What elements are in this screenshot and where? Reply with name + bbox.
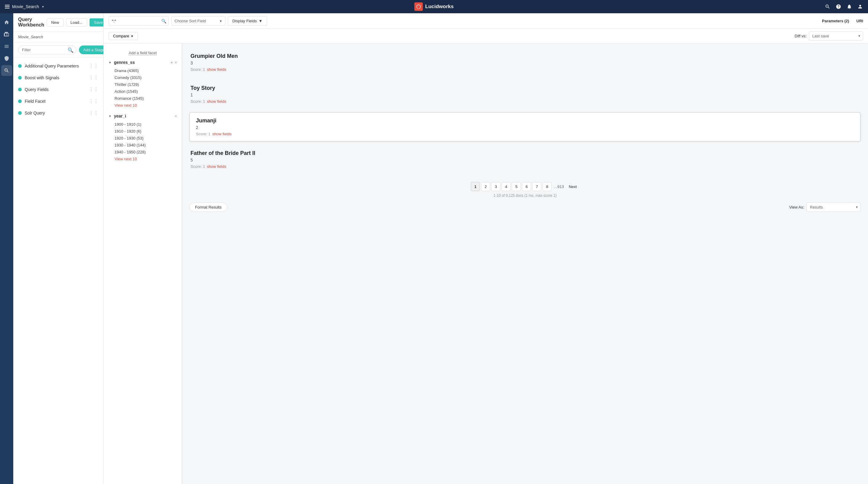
menu-icon [5,5,10,8]
top-nav-right [825,4,863,10]
logo-icon [414,2,423,11]
bell-icon[interactable] [846,4,852,10]
app-title[interactable]: Movie_Search ▼ [5,4,44,9]
user-icon[interactable] [857,4,863,10]
lucidworks-logo: Lucidworks [414,2,454,11]
search-topnav-icon[interactable] [825,4,831,10]
app-name-label: Movie_Search [12,4,39,9]
dropdown-chevron[interactable]: ▼ [41,5,44,8]
help-icon[interactable] [835,4,841,10]
brand-name: Lucidworks [425,4,454,10]
top-navigation: Movie_Search ▼ Lucidworks [0,0,868,13]
